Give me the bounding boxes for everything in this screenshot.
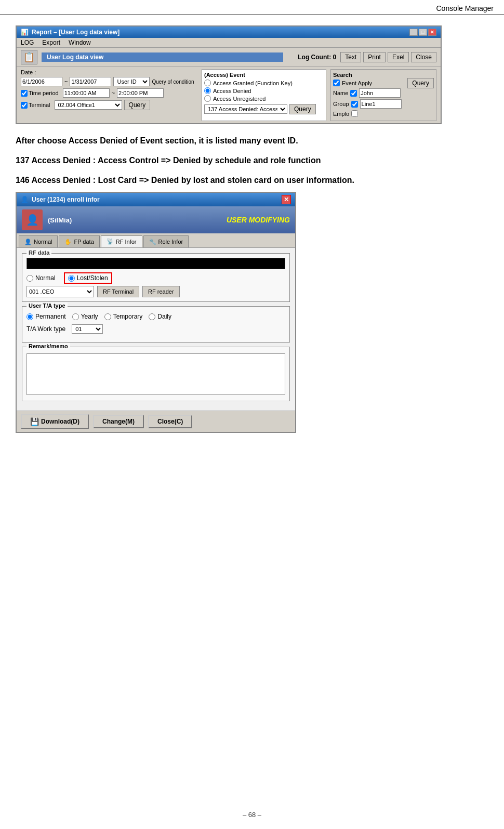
restore-button[interactable]: □ xyxy=(419,29,427,36)
tab-rf-infor[interactable]: 📡 RF Infor xyxy=(101,235,142,247)
report-titlebar-left: 📊 Report – [User Log data view] xyxy=(21,29,120,36)
terminal-select[interactable]: 02.004 Office1 xyxy=(55,100,122,110)
close-report-button[interactable]: Close xyxy=(411,52,436,62)
date-from-input[interactable] xyxy=(21,77,62,86)
ta-permanent-radio[interactable] xyxy=(26,313,33,320)
tab-role-infor[interactable]: 🔧 Role Infor xyxy=(143,235,189,247)
ta-temporary-option: Temporary xyxy=(104,313,143,320)
change-label: Change(M) xyxy=(102,418,135,425)
enroll-close-button[interactable]: ✕ xyxy=(282,195,291,204)
tilde-separator: ~ xyxy=(64,78,68,85)
page-number: – 68 – xyxy=(243,811,261,819)
page-header: Console Manager xyxy=(0,0,504,15)
minimize-button[interactable]: _ xyxy=(409,29,418,36)
event-unregistered-row: Access Unregistered xyxy=(204,95,324,102)
ta-daily-radio[interactable] xyxy=(149,313,155,320)
emplo-checkbox[interactable] xyxy=(351,110,358,117)
event-granted-radio[interactable] xyxy=(204,80,211,86)
terminal-checkbox[interactable] xyxy=(21,102,28,109)
report-left-panel: Date : ~ User ID Query of condition Time… xyxy=(21,69,197,121)
event-granted-label: Access Granted (Function Key) xyxy=(213,80,293,86)
time-separator: ~ xyxy=(112,90,115,96)
close-enroll-label: Close(C) xyxy=(157,418,183,425)
tab-fp-data[interactable]: ✋ FP data xyxy=(59,235,99,247)
ta-work-label: T/A Work type xyxy=(26,325,65,333)
close-button[interactable]: ✕ xyxy=(428,29,436,36)
print-button[interactable]: Print xyxy=(363,52,386,62)
window-controls: _ □ ✕ xyxy=(409,29,436,36)
time-period-checkbox[interactable] xyxy=(21,90,28,97)
search-query-button[interactable]: Query xyxy=(407,78,434,88)
rf-lost-option: Lost/Stolen xyxy=(64,272,112,284)
remark-section: Remark/memo xyxy=(22,347,290,401)
group-input[interactable] xyxy=(360,99,402,109)
query-condition-select[interactable]: User ID xyxy=(113,77,150,86)
tab-normal[interactable]: 👤 Normal xyxy=(19,235,58,247)
rf-lost-radio[interactable] xyxy=(68,275,75,282)
rf-reader-button[interactable]: RF reader xyxy=(142,286,180,297)
search-panel: Search Event Apply Query Name Group xyxy=(330,69,436,121)
date-row: Date : xyxy=(21,69,197,75)
exel-button[interactable]: Exel xyxy=(388,52,409,62)
rf-section-title: RF data xyxy=(26,249,51,256)
rf-dropdown[interactable]: 001 .CEO xyxy=(26,286,94,297)
download-button[interactable]: 💾 Download(D) xyxy=(21,414,89,429)
enroll-body: RF data Normal Lost/Stolen 001 .CEO xyxy=(17,248,295,411)
time-period-row: Time period ~ xyxy=(21,88,197,98)
report-middle-panel: (Access) Event Access Granted (Function … xyxy=(202,69,326,121)
rf-data-section: RF data Normal Lost/Stolen 001 .CEO xyxy=(22,253,290,302)
role-tab-label: Role Infor xyxy=(158,239,183,245)
report-toolbar: 📋 User Log data view Log Count: 0 Text P… xyxy=(17,48,441,67)
text-button[interactable]: Text xyxy=(340,52,361,62)
date-to-input[interactable] xyxy=(70,77,111,86)
change-button[interactable]: Change(M) xyxy=(93,415,144,428)
terminal-query-button[interactable]: Query xyxy=(124,100,151,110)
event-id-select[interactable]: 137 Access Denied: Access C... xyxy=(204,104,287,114)
ta-work-select[interactable]: 01 xyxy=(72,324,103,334)
report-window: 📊 Report – [User Log data view] _ □ ✕ LO… xyxy=(16,25,442,124)
remark-textarea[interactable] xyxy=(26,353,285,395)
ta-yearly-radio[interactable] xyxy=(72,313,79,320)
name-checkbox[interactable] xyxy=(350,90,357,97)
time-from-input[interactable] xyxy=(63,88,110,98)
ta-temporary-radio[interactable] xyxy=(104,313,111,320)
fp-tab-label: FP data xyxy=(74,239,94,245)
menu-log[interactable]: LOG xyxy=(21,39,34,46)
toolbar-title: User Log data view xyxy=(42,52,283,62)
group-checkbox[interactable] xyxy=(351,101,358,108)
menu-window[interactable]: Window xyxy=(69,39,91,46)
download-label: Download(D) xyxy=(41,418,79,425)
ta-yearly-label: Yearly xyxy=(81,313,98,320)
enroll-window-title: User (1234) enroll infor xyxy=(32,196,100,203)
event-denied-radio[interactable] xyxy=(204,87,211,94)
emplo-row: Emplo xyxy=(333,110,434,117)
rf-radio-row: Normal Lost/Stolen xyxy=(26,272,285,284)
page-footer: – 68 – xyxy=(0,811,504,819)
ta-permanent-option: Permanent xyxy=(26,313,66,320)
time-to-input[interactable] xyxy=(117,88,164,98)
event-label: (Access) Event xyxy=(204,72,324,78)
rf-normal-radio[interactable] xyxy=(26,275,33,282)
event-query-button[interactable]: Query xyxy=(289,104,316,114)
event-unregistered-radio[interactable] xyxy=(204,95,211,102)
group-row: Group xyxy=(333,99,434,109)
terminal-row: Terminal 02.004 Office1 Query xyxy=(21,100,197,110)
rf-normal-option: Normal xyxy=(26,274,56,282)
close-enroll-button[interactable]: Close(C) xyxy=(148,415,192,428)
rf-tab-icon: 📡 xyxy=(107,238,114,245)
ta-yearly-option: Yearly xyxy=(72,313,98,320)
search-title: Search xyxy=(333,72,434,78)
log-count: Log Count: 0 xyxy=(298,54,336,61)
menu-export[interactable]: Export xyxy=(42,39,60,46)
name-input[interactable] xyxy=(359,88,401,98)
enroll-titlebar-left: 👤 User (1234) enroll infor xyxy=(21,196,100,203)
report-menubar: LOG Export Window xyxy=(17,38,441,48)
report-right-panel: Search Event Apply Query Name Group xyxy=(330,69,436,121)
event-apply-checkbox[interactable] xyxy=(333,80,340,86)
main-content: 📊 Report – [User Log data view] _ □ ✕ LO… xyxy=(0,15,504,443)
enroll-window: 👤 User (1234) enroll infor ✕ 👤 (SilMia) … xyxy=(16,192,296,433)
enroll-user-name: (SilMia) xyxy=(48,216,72,224)
event-unregistered-label: Access Unregistered xyxy=(213,96,266,102)
rf-lost-label: Lost/Stolen xyxy=(77,274,108,282)
rf-terminal-button[interactable]: RF Terminal xyxy=(97,286,139,297)
